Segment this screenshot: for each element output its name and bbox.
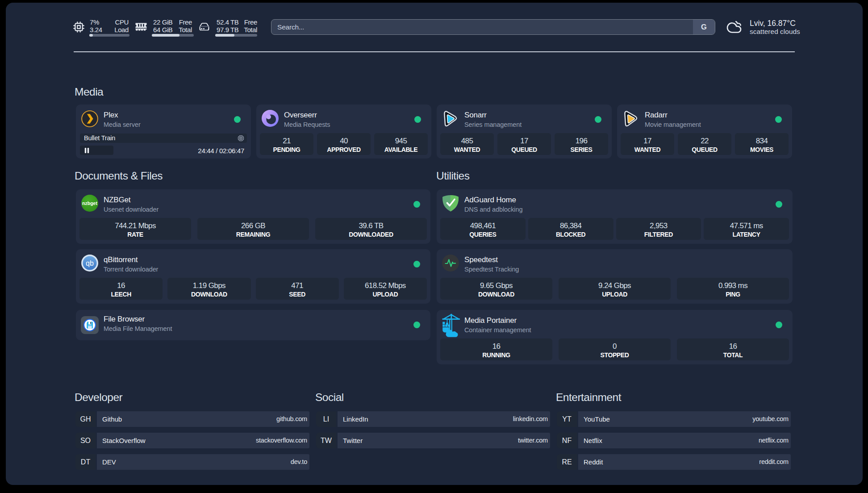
svg-text:nzbget: nzbget: [82, 201, 97, 206]
svg-text:qb: qb: [86, 259, 94, 267]
